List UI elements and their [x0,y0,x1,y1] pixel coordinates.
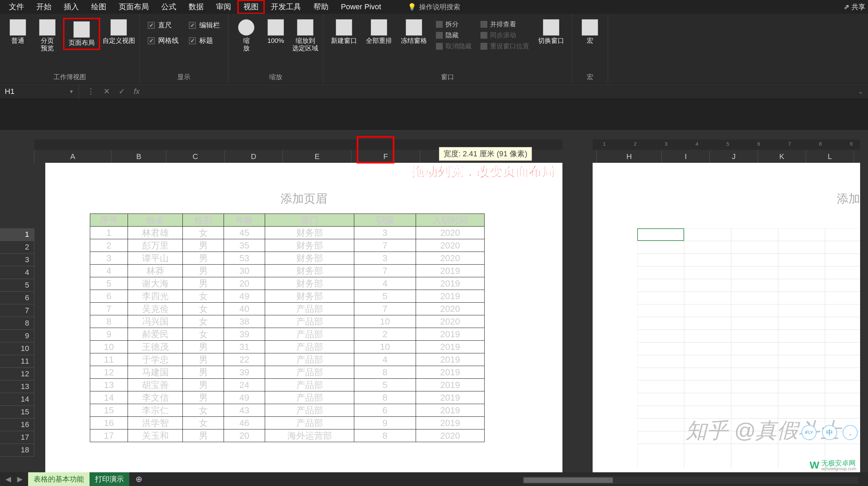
table-cell[interactable]: 男 [183,341,224,353]
table-cell[interactable]: 2019 [416,277,485,290]
table-cell[interactable]: 4 [90,265,128,277]
table-cell[interactable]: 30 [224,265,265,277]
col-header[interactable]: A [34,150,111,163]
table-cell[interactable]: 男 [183,277,224,290]
fx-icon[interactable]: fx [134,87,140,96]
table-cell[interactable]: 49 [224,391,265,404]
menu-formula[interactable]: 公式 [155,0,182,14]
table-row[interactable]: 16洪学智女46产品部92019 [90,417,485,429]
table-cell[interactable]: 产品部 [265,341,354,353]
table-cell[interactable]: 35 [224,239,265,252]
table-cell[interactable]: 产品部 [265,404,354,417]
row-header[interactable]: 14 [0,393,34,406]
table-row[interactable]: 8冯兴国女38产品部102020 [90,315,485,328]
table-cell[interactable]: 3 [354,252,416,265]
row-header[interactable]: 3 [0,254,34,266]
col-header[interactable]: C [166,150,225,163]
table-cell[interactable]: 6 [354,404,416,417]
table-cell[interactable]: 45 [224,227,265,239]
table-cell[interactable]: 财务部 [265,277,354,290]
table-cell[interactable]: 海外运营部 [265,429,354,442]
table-cell[interactable]: 男 [183,366,224,379]
table-cell[interactable]: 2019 [416,353,485,366]
table-cell[interactable]: 财务部 [265,252,354,265]
prev-tab-icon[interactable]: ◀ [5,475,11,483]
tell-me[interactable]: 💡操作说明搜索 [408,2,460,12]
row-header[interactable]: 6 [0,292,34,304]
macro-button[interactable]: 宏 [576,18,604,46]
table-cell[interactable]: 10 [354,341,416,353]
arrange-button[interactable]: 全部重排 [362,18,395,46]
menu-home[interactable]: 开始 [30,0,58,14]
table-cell[interactable]: 10 [354,315,416,328]
table-row[interactable]: 2彭万里男35财务部72020 [90,239,485,252]
table-cell[interactable]: 王德茂 [128,341,183,353]
table-row[interactable]: 3谭平山男53财务部32020 [90,252,485,265]
table-row[interactable]: 10王德茂男31产品部102019 [90,341,485,353]
table-cell[interactable]: 2 [354,328,416,341]
row-header[interactable]: 5 [0,279,34,292]
table-cell[interactable]: 2020 [416,303,485,315]
zoom-100-button[interactable]: 100% [262,18,289,46]
table-row[interactable]: 1林君雄女45财务部32020 [90,227,485,239]
table-row[interactable]: 5谢大海男20财务部42019 [90,277,485,290]
table-cell[interactable]: 2020 [416,315,485,328]
row-header[interactable]: 8 [0,317,34,330]
header-placeholder[interactable]: 添加 [593,163,860,214]
table-cell[interactable]: 10 [90,341,128,353]
table-cell[interactable]: 彭万里 [128,239,183,252]
col-header[interactable]: I [662,150,710,163]
table-cell[interactable]: 产品部 [265,353,354,366]
row-header[interactable]: 7 [0,304,34,317]
table-row[interactable]: 4林莽男30财务部72019 [90,265,485,277]
sidebyside-button[interactable]: 并排查看 [480,20,529,29]
table-cell[interactable]: 产品部 [265,315,354,328]
table-cell[interactable]: 9 [354,417,416,429]
table-cell[interactable]: 3 [354,227,416,239]
table-cell[interactable]: 谭平山 [128,252,183,265]
table-cell[interactable]: 5 [354,379,416,391]
table-cell[interactable]: 31 [224,341,265,353]
table-cell[interactable]: 14 [90,391,128,404]
table-cell[interactable]: 财务部 [265,239,354,252]
table-cell[interactable]: 2020 [416,252,485,265]
table-cell[interactable]: 2019 [416,265,485,277]
row-header[interactable]: 2 [0,241,34,254]
freeze-button[interactable]: 冻结窗格 [397,18,430,46]
formula-accept-icon[interactable]: ✓ [119,87,125,96]
table-cell[interactable]: 2019 [416,404,485,417]
next-tab-icon[interactable]: ▶ [17,475,23,483]
table-cell[interactable]: 男 [183,429,224,442]
zoom-selection-button[interactable]: 缩放到 选定区域 [292,18,319,53]
zoom-button[interactable]: 缩 放 [233,18,260,53]
table-cell[interactable]: 洪学智 [128,417,183,429]
table-header[interactable]: 职级 [354,214,416,227]
horizontal-scrollbar[interactable] [522,476,858,484]
sheet-tab-2[interactable]: 打印演示 [90,472,129,486]
view-pagebreak-button[interactable]: 分页 预览 [34,18,61,53]
table-cell[interactable]: 女 [183,404,224,417]
table-cell[interactable]: 林莽 [128,265,183,277]
table-cell[interactable]: 7 [90,303,128,315]
table-cell[interactable]: 38 [224,315,265,328]
table-cell[interactable]: 20 [224,277,265,290]
table-cell[interactable]: 2020 [416,227,485,239]
table-cell[interactable]: 2020 [416,239,485,252]
row-header[interactable]: 16 [0,418,34,431]
table-cell[interactable]: 产品部 [265,379,354,391]
new-window-button[interactable]: 新建窗口 [328,18,360,46]
table-cell[interactable]: 郝爱民 [128,328,183,341]
table-row[interactable]: 9郝爱民女39产品部22019 [90,328,485,341]
table-cell[interactable]: 3 [90,252,128,265]
scroll-thumb[interactable] [524,477,613,483]
table-cell[interactable]: 39 [224,328,265,341]
ime-comma[interactable]: ， [843,425,858,440]
table-cell[interactable]: 产品部 [265,391,354,404]
select-all[interactable] [0,150,34,163]
table-row[interactable]: 12马建国男39产品部82019 [90,366,485,379]
table-cell[interactable]: 2019 [416,366,485,379]
table-cell[interactable]: 财务部 [265,290,354,303]
table-cell[interactable]: 女 [183,315,224,328]
row-header[interactable]: 9 [0,330,34,342]
table-cell[interactable]: 男 [183,252,224,265]
